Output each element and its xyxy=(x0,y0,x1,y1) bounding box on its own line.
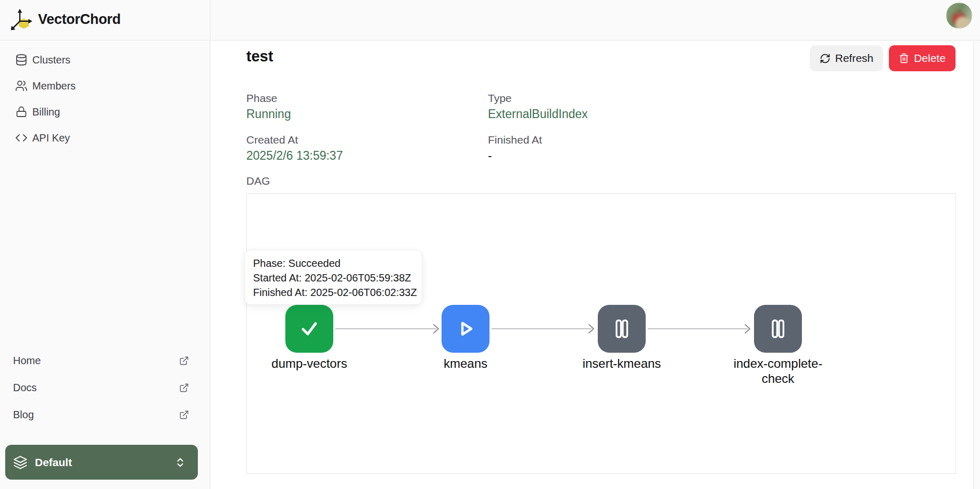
refresh-icon xyxy=(820,53,831,64)
sidebar-link-docs[interactable]: Docs xyxy=(0,380,210,395)
field-value: ExternalBuildIndex xyxy=(488,107,707,121)
brand-logo-icon xyxy=(9,7,33,31)
check-icon xyxy=(297,317,321,341)
field-value: Running xyxy=(246,107,465,121)
sidebar-item-label: Clusters xyxy=(32,54,70,66)
field-label: Type xyxy=(488,93,707,104)
sidebar-item-billing[interactable]: Billing xyxy=(0,99,210,125)
dag-node-kmeans[interactable]: kmeans xyxy=(416,305,515,371)
dag-section-label: DAG xyxy=(246,175,270,187)
sidebar-link-home[interactable]: Home xyxy=(0,353,210,368)
brand-name: VectorChord xyxy=(38,11,121,28)
play-icon xyxy=(454,317,478,341)
dag-node-label: dump-vectors xyxy=(260,356,359,371)
external-link-icon xyxy=(179,410,189,420)
node-status-box xyxy=(754,305,802,353)
dag-node-label: kmeans xyxy=(416,356,515,371)
sidebar-link-label: Docs xyxy=(13,382,37,394)
node-status-box xyxy=(285,305,333,353)
node-tooltip: Phase: Succeeded Started At: 2025-02-06T… xyxy=(244,250,422,305)
main-content: test Refresh Delete Phase Running Type E… xyxy=(210,41,973,489)
pause-icon xyxy=(610,317,634,341)
pause-icon xyxy=(766,317,790,341)
sidebar: Clusters Members Billing API Key Home Do xyxy=(0,41,210,489)
field-label: Phase xyxy=(246,93,465,104)
sidebar-link-label: Blog xyxy=(13,409,34,421)
page-title: test xyxy=(246,48,273,65)
chevrons-up-down-icon xyxy=(174,457,186,468)
layers-icon xyxy=(13,455,28,470)
field-label: Finished At xyxy=(488,134,707,145)
sidebar-link-label: Home xyxy=(13,355,41,367)
sidebar-item-members[interactable]: Members xyxy=(0,73,210,99)
avatar-photo xyxy=(946,3,972,29)
database-icon xyxy=(15,54,28,66)
trash-icon xyxy=(899,53,909,63)
project-switcher-label: Default xyxy=(35,456,72,469)
dag-node-index-complete-check[interactable]: index-complete-check xyxy=(728,305,827,386)
dag-node-label: insert-kmeans xyxy=(572,356,671,371)
field-value: 2025/2/6 13:59:37 xyxy=(246,149,465,163)
user-avatar[interactable] xyxy=(946,3,972,29)
code-icon xyxy=(15,132,28,144)
tooltip-finished-line: Finished At: 2025-02-06T06:02:33Z xyxy=(253,285,413,300)
external-link-icon xyxy=(179,383,189,393)
field-phase: Phase Running xyxy=(246,93,465,121)
brand[interactable]: VectorChord xyxy=(9,7,121,31)
sidebar-link-blog[interactable]: Blog xyxy=(0,407,210,422)
sidebar-item-label: Members xyxy=(32,80,76,92)
sidebar-item-api-key[interactable]: API Key xyxy=(0,125,210,151)
field-value: - xyxy=(488,149,707,163)
refresh-button[interactable]: Refresh xyxy=(810,45,883,71)
field-finished-at: Finished At - xyxy=(488,134,707,163)
project-switcher-button[interactable]: Default xyxy=(5,445,198,480)
lock-icon xyxy=(15,106,28,118)
sidebar-divider xyxy=(210,0,210,489)
topbar: VectorChord xyxy=(0,0,980,41)
delete-button[interactable]: Delete xyxy=(889,45,956,71)
dag-canvas[interactable]: dump-vectors kmeans insert-kmeans xyxy=(246,193,956,474)
field-created-at: Created At 2025/2/6 13:59:37 xyxy=(246,134,465,163)
users-icon xyxy=(15,80,28,92)
sidebar-item-clusters[interactable]: Clusters xyxy=(0,47,210,73)
scrollbar-gutter[interactable] xyxy=(973,41,980,489)
dag-node-insert-kmeans[interactable]: insert-kmeans xyxy=(572,305,671,371)
field-label: Created At xyxy=(246,134,465,145)
sidebar-nav: Clusters Members Billing API Key xyxy=(0,41,210,151)
delete-button-label: Delete xyxy=(914,52,946,65)
external-link-icon xyxy=(179,356,189,366)
dag-node-dump-vectors[interactable]: dump-vectors xyxy=(260,305,359,371)
refresh-button-label: Refresh xyxy=(835,52,874,65)
dag-node-label: index-complete-check xyxy=(728,356,827,386)
field-type: Type ExternalBuildIndex xyxy=(488,93,707,121)
sidebar-item-label: Billing xyxy=(32,106,60,118)
tooltip-started-line: Started At: 2025-02-06T05:59:38Z xyxy=(253,271,413,285)
tooltip-phase-line: Phase: Succeeded xyxy=(253,256,413,271)
node-status-box xyxy=(442,305,489,353)
sidebar-item-label: API Key xyxy=(32,132,70,144)
node-status-box xyxy=(598,305,646,353)
